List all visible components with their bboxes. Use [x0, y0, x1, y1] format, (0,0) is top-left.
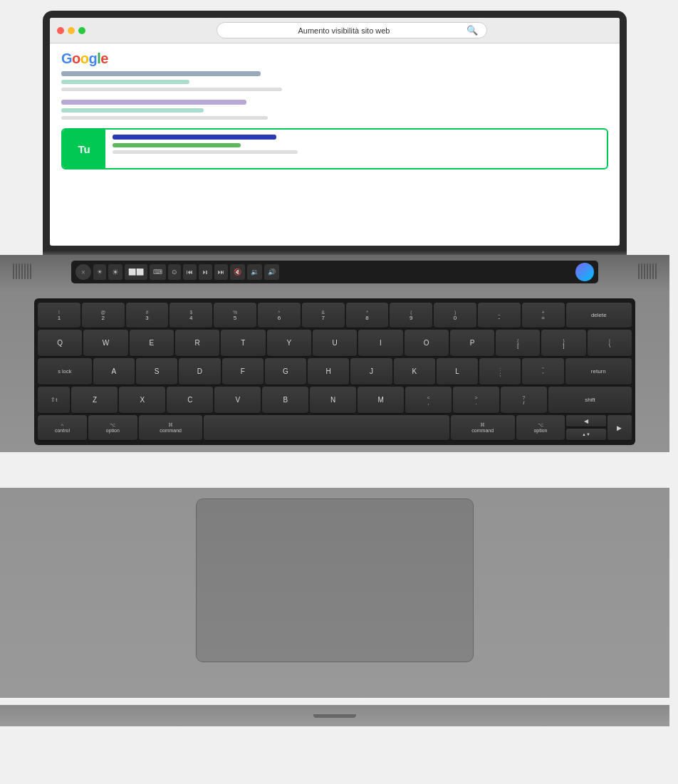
key-h[interactable]: H	[308, 358, 349, 385]
key-row-q: Q W E R T Y U I O P {[ }] |\	[38, 330, 632, 357]
key-a[interactable]: A	[93, 358, 135, 385]
key-command-left[interactable]: ⌘ command	[139, 415, 203, 441]
key-comma[interactable]: <,	[405, 387, 452, 414]
result-block-2	[61, 100, 608, 120]
key-row-numbers: !1 @2 #3 $4 %5 ^6 &7 *8 (9 )0 _- += dele…	[38, 303, 632, 328]
result-line-1	[61, 71, 261, 76]
featured-result: Tu	[61, 128, 608, 169]
result-line-5	[61, 108, 204, 113]
key-g[interactable]: G	[265, 358, 306, 385]
key-control[interactable]: ^ control	[38, 415, 87, 441]
key-slash[interactable]: ?/	[501, 387, 547, 414]
key-3[interactable]: #3	[126, 303, 169, 328]
key-k[interactable]: K	[394, 358, 435, 385]
key-backslash[interactable]: |\	[588, 330, 632, 357]
google-logo-area: Google	[61, 51, 608, 67]
browser-chrome: Aumento visibilità sito web 🔍	[50, 18, 620, 43]
key-r[interactable]: R	[175, 330, 219, 357]
key-6[interactable]: ^6	[258, 303, 301, 328]
touchbar-fast-forward[interactable]: ⏭	[214, 264, 228, 280]
key-bracket-right[interactable]: }]	[541, 330, 585, 357]
key-space[interactable]	[204, 415, 449, 441]
touchbar-mute[interactable]: 🔇	[230, 264, 245, 280]
key-t[interactable]: T	[221, 330, 265, 357]
key-2[interactable]: @2	[82, 303, 125, 328]
macbook-wrapper: Aumento visibilità sito web 🔍 Google	[0, 0, 678, 784]
key-d[interactable]: D	[179, 358, 220, 385]
key-5[interactable]: %5	[214, 303, 256, 328]
address-bar-wrapper: Aumento visibilità sito web 🔍	[91, 22, 612, 38]
bottom-bar	[0, 705, 669, 726]
screen-inner: Aumento visibilità sito web 🔍 Google	[50, 18, 620, 246]
key-caps[interactable]: s lock	[38, 358, 92, 385]
key-p[interactable]: P	[450, 330, 494, 357]
trackpad-section	[0, 488, 669, 698]
key-minus[interactable]: _-	[478, 303, 521, 328]
key-return[interactable]: return	[565, 358, 632, 385]
key-1[interactable]: !1	[38, 303, 80, 328]
keyboard-body: !1 @2 #3 $4 %5 ^6 &7 *8 (9 )0 _- += dele…	[0, 294, 669, 452]
body-top: × ☀ ☀ ⬜⬜ ⌨ ⊙ ⏮ ⏯ ⏭ 🔇 🔉 🔊	[0, 255, 669, 294]
key-period[interactable]: >.	[453, 387, 499, 414]
key-bracket-left[interactable]: {[	[496, 330, 540, 357]
key-command-right[interactable]: ⌘ command	[451, 415, 515, 441]
key-i[interactable]: I	[358, 330, 402, 357]
key-0[interactable]: )0	[434, 303, 476, 328]
touchbar-rewind[interactable]: ⏮	[183, 264, 197, 280]
bottom-notch	[313, 714, 356, 718]
feat-line-1	[113, 135, 276, 140]
key-delete[interactable]: delete	[566, 303, 632, 328]
key-q[interactable]: Q	[38, 330, 82, 357]
key-w[interactable]: W	[83, 330, 127, 357]
key-shift-right[interactable]: shift	[548, 387, 632, 414]
key-semicolon[interactable]: :;	[479, 358, 521, 385]
touchbar-vol-down[interactable]: 🔉	[247, 264, 262, 280]
key-n[interactable]: N	[310, 387, 356, 414]
key-arrow-left[interactable]: ◀	[566, 415, 605, 427]
key-arrows-up-down[interactable]: ▲▼	[566, 429, 605, 441]
key-u[interactable]: U	[313, 330, 357, 357]
arrow-keys-cluster: ◀ ▲▼	[566, 415, 605, 441]
key-7[interactable]: &7	[302, 303, 345, 328]
key-j[interactable]: J	[350, 358, 392, 385]
key-arrow-right[interactable]: ▶	[607, 415, 632, 441]
key-b[interactable]: B	[262, 387, 308, 414]
key-l[interactable]: L	[437, 358, 478, 385]
key-z[interactable]: Z	[71, 387, 118, 414]
touchbar-brightness-down[interactable]: ☀	[93, 264, 106, 280]
touchbar-kb-light-down[interactable]: ⊙	[168, 264, 181, 280]
key-equal[interactable]: +=	[522, 303, 565, 328]
key-f[interactable]: F	[222, 358, 264, 385]
keyboard: !1 @2 #3 $4 %5 ^6 &7 *8 (9 )0 _- += dele…	[34, 298, 635, 445]
touchbar-keyboard[interactable]: ⌨	[150, 264, 166, 280]
touchbar-brightness-up[interactable]: ☀	[108, 264, 122, 280]
touchbar-vol-up[interactable]: 🔊	[264, 264, 279, 280]
trackpad[interactable]	[196, 498, 474, 662]
key-e[interactable]: E	[130, 330, 174, 357]
key-row-bottom: ^ control ⌥ option ⌘ command ⌘ command	[38, 415, 632, 441]
screen-bezel: Aumento visibilità sito web 🔍 Google	[43, 11, 627, 253]
key-c[interactable]: C	[167, 387, 213, 414]
speaker-left	[13, 263, 31, 279]
key-option-right[interactable]: ⌥ option	[516, 415, 565, 441]
touchbar-siri[interactable]	[575, 263, 594, 281]
traffic-green[interactable]	[78, 27, 85, 34]
key-o[interactable]: O	[405, 330, 449, 357]
key-s[interactable]: S	[136, 358, 177, 385]
key-quote[interactable]: "'	[522, 358, 563, 385]
key-v[interactable]: V	[214, 387, 261, 414]
key-9[interactable]: (9	[390, 303, 432, 328]
key-8[interactable]: *8	[346, 303, 389, 328]
key-y[interactable]: Y	[267, 330, 311, 357]
key-option-left[interactable]: ⌥ option	[88, 415, 137, 441]
address-bar[interactable]: Aumento visibilità sito web 🔍	[217, 22, 487, 38]
key-4[interactable]: $4	[170, 303, 212, 328]
touchbar-play-pause[interactable]: ⏯	[199, 264, 212, 280]
key-x[interactable]: X	[119, 387, 165, 414]
traffic-red[interactable]	[57, 27, 64, 34]
traffic-yellow[interactable]	[68, 27, 75, 34]
search-icon: 🔍	[466, 25, 478, 36]
touchbar-close[interactable]: ×	[75, 264, 91, 280]
touchbar-mission-control[interactable]: ⬜⬜	[125, 264, 147, 280]
key-m[interactable]: M	[358, 387, 404, 414]
